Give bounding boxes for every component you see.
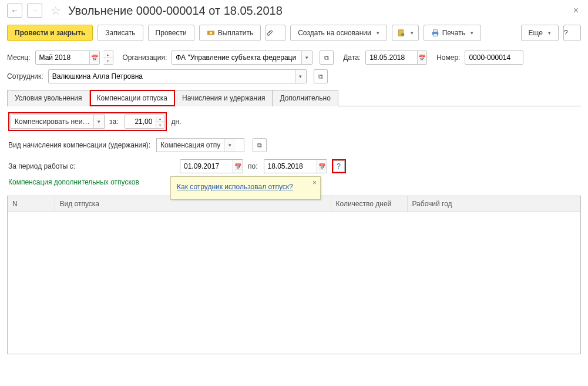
print-button[interactable]: Печать▾ (424, 25, 481, 41)
paperclip-icon (266, 29, 274, 37)
calendar-icon[interactable] (89, 51, 99, 64)
period-from-input[interactable] (180, 162, 233, 170)
save-button[interactable]: Записать (98, 25, 143, 41)
tooltip-link[interactable]: Как сотрудник использовал отпуск? (177, 183, 293, 191)
svg-point-3 (401, 33, 404, 36)
employee-input[interactable] (49, 72, 295, 80)
month-label: Месяц: (7, 53, 31, 62)
document-icon (397, 29, 405, 37)
stepper-up[interactable]: ▴ (103, 52, 113, 58)
org-input[interactable] (172, 53, 301, 62)
tab-accruals[interactable]: Начисления и удержания (175, 90, 273, 106)
col-n[interactable]: N (8, 196, 55, 212)
org-field[interactable] (172, 51, 313, 65)
template-button[interactable]: ▾ (392, 25, 419, 41)
favorite-star-icon[interactable]: ☆ (51, 4, 61, 18)
nav-forward-button[interactable]: → (27, 4, 42, 18)
employee-field[interactable] (48, 69, 307, 83)
number-field[interactable] (465, 51, 523, 65)
post-button[interactable]: Провести (148, 25, 194, 41)
accrual-type-label: Вид начисления компенсации (удержания): (8, 141, 150, 149)
days-field[interactable]: ▴▾ (125, 115, 164, 129)
month-field[interactable] (35, 51, 100, 65)
vacation-table-container: N Вид отпуска Количество дней Рабочий го… (7, 196, 581, 354)
days-unit-label: дн. (172, 118, 182, 126)
nav-back-button[interactable]: ← (7, 4, 22, 18)
title-bar: ← → ☆ Увольнение 0000-000014 от 18.05.20… (0, 0, 588, 22)
stepper-down[interactable]: ▾ (103, 58, 113, 64)
period-help-highlight: ? (332, 159, 346, 173)
create-based-on-button[interactable]: Создать на основании▾ (290, 25, 387, 41)
stepper-up[interactable]: ▴ (156, 116, 163, 122)
period-from-label: За период работы с: (8, 162, 174, 170)
tooltip-close-button[interactable]: × (313, 179, 317, 187)
month-stepper[interactable]: ▴▾ (103, 51, 113, 65)
org-label: Организация: (123, 53, 167, 62)
header-fields-row: Месяц: ▴▾ Организация: ⧉ Дата: Номер: (0, 48, 588, 67)
compensation-action-field[interactable]: Компенсировать неиспол (11, 115, 105, 129)
post-and-close-button[interactable]: Провести и закрыть (7, 25, 93, 41)
calendar-icon[interactable] (417, 51, 427, 64)
help-tooltip: × Как сотрудник использовал отпуск? (170, 176, 321, 200)
calendar-icon[interactable] (233, 160, 243, 173)
period-to-field[interactable] (264, 159, 327, 173)
period-to-input[interactable] (264, 162, 317, 170)
period-from-field[interactable] (180, 159, 243, 173)
date-field[interactable] (365, 51, 427, 65)
tab-conditions[interactable]: Условия увольнения (7, 90, 90, 106)
attach-button[interactable] (266, 25, 285, 41)
employee-dropdown-icon[interactable] (295, 70, 306, 83)
date-label: Дата: (343, 53, 361, 62)
calendar-icon[interactable] (317, 160, 327, 173)
pay-button[interactable]: Выплатить (199, 25, 261, 41)
svg-rect-6 (433, 34, 437, 36)
col-days[interactable]: Количество дней (331, 196, 407, 212)
tab-additional[interactable]: Дополнительно (273, 90, 338, 106)
date-input[interactable] (366, 53, 416, 62)
period-to-label: по: (248, 162, 258, 170)
main-toolbar: Провести и закрыть Записать Провести Вып… (0, 22, 588, 48)
org-dropdown-icon[interactable] (301, 51, 312, 64)
employee-label: Сотрудник: (7, 72, 43, 80)
employee-open-button[interactable]: ⧉ (314, 69, 328, 83)
month-input[interactable] (36, 53, 89, 62)
svg-rect-5 (433, 30, 437, 32)
tab-compensation[interactable]: Компенсации отпуска (90, 90, 175, 106)
employee-row: Сотрудник: ⧉ (0, 67, 588, 86)
printer-icon (431, 29, 439, 37)
col-year[interactable]: Рабочий год (407, 196, 580, 212)
number-input[interactable] (465, 53, 523, 62)
help-button[interactable]: ? (563, 25, 581, 41)
compensation-highlight-box: Компенсировать неиспол за: ▴▾ (8, 112, 167, 131)
money-icon (207, 29, 215, 37)
number-label: Номер: (436, 53, 460, 62)
accrual-type-field[interactable]: Компенсация отпу (156, 138, 244, 152)
org-open-button[interactable]: ⧉ (320, 51, 334, 65)
tab-bar: Условия увольнения Компенсации отпуска Н… (7, 89, 581, 106)
accrual-type-open-button[interactable]: ⧉ (253, 138, 267, 152)
for-label: за: (109, 118, 119, 126)
more-button[interactable]: Еще▾ (521, 25, 559, 41)
dropdown-icon[interactable] (224, 139, 236, 152)
svg-point-1 (210, 32, 212, 34)
dropdown-icon[interactable] (93, 115, 104, 128)
close-button[interactable]: × (573, 5, 581, 16)
period-help-button[interactable]: ? (333, 160, 345, 172)
page-title: Увольнение 0000-000014 от 18.05.2018 (68, 4, 283, 18)
stepper-down[interactable]: ▾ (156, 122, 163, 128)
days-input[interactable] (125, 118, 156, 126)
